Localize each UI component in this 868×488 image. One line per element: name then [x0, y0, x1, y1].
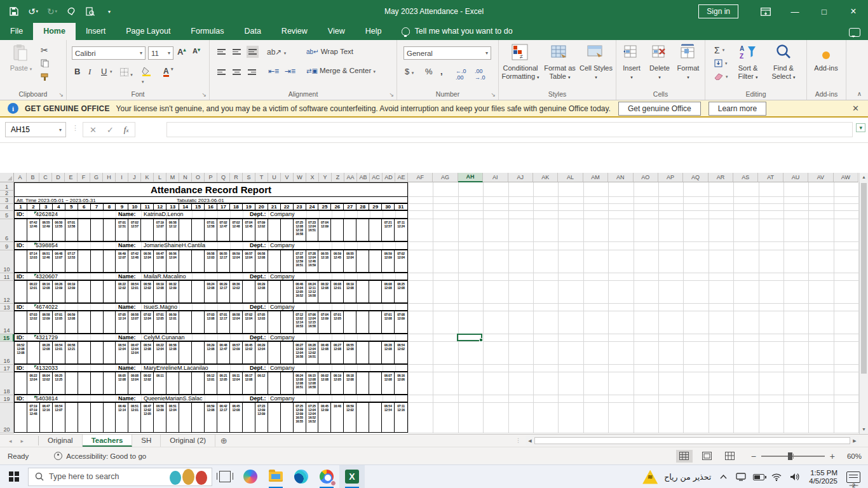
time-cell[interactable]: 06:51 12:01: [128, 403, 141, 432]
column-header[interactable]: T: [255, 173, 268, 182]
time-cell[interactable]: 06:32 12:09: [166, 281, 179, 302]
taskbar-clock[interactable]: 1:55 PM 4/5/2025: [809, 469, 837, 485]
time-cell[interactable]: 07:05 12:03: [255, 311, 268, 333]
time-cell[interactable]: 07:01 12:17: [217, 311, 230, 333]
time-cell[interactable]: [179, 311, 192, 333]
time-cell[interactable]: 06:45 12:02: [243, 342, 255, 363]
scroll-up-icon[interactable]: ▲: [860, 173, 868, 182]
time-cell[interactable]: 06:47 12:02 12:05: [141, 403, 154, 432]
row-header[interactable]: 6: [0, 219, 14, 242]
time-cell[interactable]: 07:02 12:48: [230, 219, 243, 241]
time-cell[interactable]: [356, 342, 369, 363]
time-cell[interactable]: [369, 403, 382, 432]
empty-cells[interactable]: [408, 250, 859, 273]
empty-cells[interactable]: [408, 311, 859, 334]
time-cell[interactable]: 07:14 12:03: [27, 250, 40, 272]
touch-mode-icon[interactable]: [66, 6, 76, 17]
row-header[interactable]: 3: [0, 197, 14, 204]
column-header[interactable]: AO: [634, 173, 658, 182]
time-cell[interactable]: 06:47 12:04 12:04: [128, 342, 141, 363]
column-header[interactable]: AI: [483, 173, 508, 182]
time-cell[interactable]: 07:28 12:04 12:46 16:59: [306, 250, 319, 272]
column-header[interactable]: G: [90, 173, 103, 182]
column-header[interactable]: R: [230, 173, 243, 182]
time-cell[interactable]: 07:04 12:09: [318, 219, 331, 241]
time-cell[interactable]: 06:19 12:08: [344, 281, 356, 302]
time-cell[interactable]: [166, 372, 179, 394]
horizontal-scrollbar[interactable]: ◀ ▶: [526, 436, 859, 445]
time-cell[interactable]: [104, 281, 116, 302]
record-id-row[interactable]: ID:4262824Name:KatrinaD.LenonDept.:Compa…: [14, 210, 408, 219]
time-cell[interactable]: [104, 403, 116, 432]
select-all-corner[interactable]: [0, 173, 14, 182]
wifi-icon[interactable]: [771, 471, 782, 484]
time-cell[interactable]: 07:17 12:08 12:59 16:51: [294, 250, 306, 272]
time-cell[interactable]: 06:54 12:54: [382, 403, 395, 432]
column-header[interactable]: X: [306, 173, 319, 182]
column-header[interactable]: S: [243, 173, 255, 182]
time-cell[interactable]: [15, 311, 27, 333]
number-dialog-launcher[interactable]: ↘: [491, 92, 496, 98]
column-header[interactable]: V: [281, 173, 294, 182]
time-cell[interactable]: 06:16 12:08: [40, 281, 53, 302]
time-cell[interactable]: 07:09 12:02: [255, 219, 268, 241]
format-cells-button[interactable]: Format▾: [674, 44, 703, 81]
time-cell[interactable]: 06:48 12:07: [53, 250, 65, 272]
fill-button[interactable]: ▾: [714, 59, 728, 67]
time-cell[interactable]: [179, 281, 192, 302]
time-cell[interactable]: 06:47 12:08: [154, 250, 166, 272]
time-cell[interactable]: 06:58 12:09: [40, 311, 53, 333]
learn-more-button[interactable]: Learn more: [709, 102, 766, 116]
insert-cells-button[interactable]: Insert▾: [618, 44, 646, 81]
empty-cells[interactable]: [408, 211, 859, 219]
sign-in-button[interactable]: Sign in: [698, 4, 738, 18]
time-cell[interactable]: [78, 403, 91, 432]
report-title[interactable]: Attendance Record Report: [14, 182, 408, 197]
time-cell[interactable]: 06:24 12:08 12:08 16:51: [294, 372, 306, 394]
column-header[interactable]: AM: [583, 173, 608, 182]
time-cell[interactable]: 07:12 12:02 12:14 16:53: [294, 311, 306, 333]
time-cell[interactable]: [268, 311, 281, 333]
time-cell[interactable]: [268, 403, 281, 432]
time-cell[interactable]: [104, 219, 116, 241]
column-header[interactable]: E: [65, 173, 78, 182]
top-align-button[interactable]: [217, 48, 226, 56]
time-cell[interactable]: 07:02 12:47: [217, 219, 230, 241]
zoom-slider-thumb[interactable]: [788, 452, 792, 460]
time-cell[interactable]: 07:25 12:08 12:16 16:58: [294, 219, 306, 241]
time-cell[interactable]: [192, 219, 205, 241]
align-center-button[interactable]: [233, 68, 241, 76]
time-cell[interactable]: 06:29 12:08: [205, 342, 217, 363]
format-painter-icon[interactable]: [41, 73, 49, 81]
time-cell[interactable]: [104, 342, 116, 363]
grow-font-button[interactable]: A▴: [177, 47, 186, 57]
row-header[interactable]: 19: [0, 395, 14, 403]
paste-button[interactable]: Paste ▾: [3, 44, 39, 73]
time-cell[interactable]: 16:46: [331, 403, 344, 432]
save-icon[interactable]: [9, 6, 19, 17]
column-header[interactable]: Q: [217, 173, 230, 182]
time-cell[interactable]: 06:57 12:09: [230, 342, 243, 363]
empty-cells[interactable]: [408, 182, 859, 197]
excel-taskbar-button[interactable]: X: [339, 465, 365, 488]
middle-align-button[interactable]: [233, 48, 241, 56]
time-cell[interactable]: [91, 372, 104, 394]
day-cell[interactable]: 2: [27, 204, 40, 210]
column-header[interactable]: AU: [783, 173, 808, 182]
row-header[interactable]: 14: [0, 311, 14, 334]
column-header[interactable]: P: [205, 173, 217, 182]
scroll-right-icon[interactable]: ▶: [850, 438, 859, 444]
start-button[interactable]: [0, 465, 28, 488]
time-cell[interactable]: 06:07 12:08: [382, 372, 395, 394]
time-cell[interactable]: [179, 342, 192, 363]
time-cell[interactable]: [268, 219, 281, 241]
decrease-indent-button[interactable]: ⇤≡: [268, 67, 279, 76]
time-cell[interactable]: 07:03 12:08: [205, 311, 217, 333]
number-format-combo[interactable]: General▾: [403, 46, 491, 60]
time-cell[interactable]: 07:05 12:14: [116, 311, 128, 333]
bold-button[interactable]: B: [74, 67, 80, 76]
time-cell[interactable]: [192, 403, 205, 432]
tab-file[interactable]: File: [0, 23, 33, 40]
insert-function-icon[interactable]: fx: [124, 125, 129, 135]
time-cell[interactable]: [369, 372, 382, 394]
